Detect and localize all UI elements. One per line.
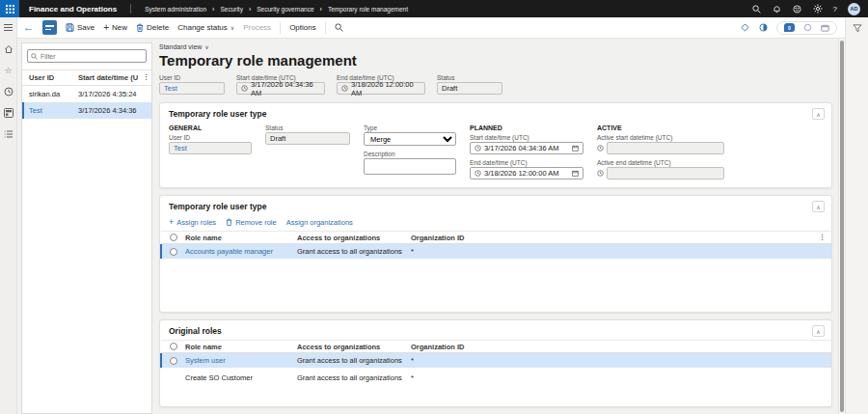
user-id-label: User ID <box>159 74 225 81</box>
grid-row-create-so-customer[interactable]: Create SO Customer Grant access to all o… <box>160 368 831 387</box>
refresh-circle-icon[interactable] <box>802 23 812 33</box>
grid-row-accounts-payable-manager[interactable]: Accounts payable manager Grant access to… <box>160 244 831 259</box>
column-role-name[interactable]: Role name <box>185 234 297 242</box>
remove-role-button[interactable]: Remove role <box>226 218 277 227</box>
view-selector[interactable]: Standard view ∨ <box>159 43 832 50</box>
description-label: Description <box>364 151 456 157</box>
card-title: Temporary role user type <box>169 202 266 211</box>
recent-clock-icon[interactable] <box>3 86 14 97</box>
workspaces-icon[interactable] <box>3 107 14 118</box>
help-icon[interactable]: ? <box>833 5 837 14</box>
active-start-field[interactable] <box>607 142 724 154</box>
column-org-id[interactable]: Organization ID <box>411 234 819 242</box>
actionbar-right-icons: 0 <box>740 21 837 35</box>
column-access[interactable]: Access to organizations <box>297 343 411 351</box>
status-field[interactable]: Draft <box>437 82 502 95</box>
card-title: Original roles <box>169 326 222 336</box>
settings-gear-icon[interactable] <box>813 4 823 14</box>
card-temporary-role-user-type-details: Temporary role user type ∧ GENERAL User … <box>159 102 832 188</box>
save-icon <box>66 23 74 32</box>
contrast-half-circle-icon[interactable] <box>758 23 768 33</box>
open-in-new-window-icon[interactable] <box>820 23 829 33</box>
record-list-toggle-button[interactable] <box>42 20 57 35</box>
start-datetime-field[interactable]: 3/17/2026 04:34:36 AM <box>236 82 325 95</box>
toolbar-search-icon[interactable] <box>335 23 343 32</box>
collapse-chevron-up-icon[interactable]: ∧ <box>812 108 825 120</box>
notifications-bell-icon[interactable] <box>773 4 782 14</box>
chevron-down-icon: ∨ <box>204 43 208 50</box>
app-launcher-icon[interactable] <box>0 0 19 17</box>
general-heading: GENERAL <box>169 124 252 134</box>
connections-diamond-icon[interactable] <box>740 23 749 33</box>
save-button[interactable]: Save <box>66 23 95 32</box>
process-button[interactable]: Process <box>243 23 271 32</box>
grid-toolbar: + Assign roles Remove role Assign organi… <box>160 215 831 231</box>
chevron-down-icon: ∨ <box>231 24 234 31</box>
expand-menu-icon[interactable] <box>3 22 14 33</box>
grid-header-row: Role name Access to organizations Organi… <box>160 231 831 244</box>
home-icon[interactable] <box>3 43 14 54</box>
description-input[interactable] <box>364 158 456 175</box>
record-row-test[interactable]: Test 3/17/2026 4:34:36 <box>22 102 151 119</box>
planned-start-field[interactable]: 3/17/2026 04:34:36 AM <box>470 142 583 154</box>
row-radio[interactable] <box>170 357 177 365</box>
roles-grid: Role name Access to organizations Organi… <box>160 231 831 301</box>
breadcrumb: System administration › Security › Secur… <box>145 6 408 13</box>
column-start-datetime[interactable]: Start date/time (U <box>78 70 141 85</box>
original-roles-grid: Role name Access to organizations Organi… <box>160 340 831 387</box>
app-title[interactable]: Finance and Operations <box>19 5 130 14</box>
column-role-name[interactable]: Role name <box>185 343 297 351</box>
delete-button[interactable]: Delete <box>136 23 169 32</box>
modules-list-icon[interactable] <box>3 128 14 139</box>
user-avatar[interactable]: AD <box>848 3 860 15</box>
new-button[interactable]: + New <box>103 22 127 33</box>
vertical-scrollbar[interactable] <box>838 39 845 414</box>
scrollbar-thumb[interactable] <box>840 41 844 412</box>
feedback-smiley-icon[interactable] <box>793 4 802 14</box>
record-row-sirikan[interactable]: sirikan.da 3/17/2026 4:35:24 <box>22 86 151 102</box>
column-user-id[interactable]: User ID <box>22 70 78 85</box>
row-radio[interactable] <box>170 248 177 256</box>
collapse-chevron-up-icon[interactable]: ∧ <box>812 201 825 212</box>
assign-roles-button[interactable]: + Assign roles <box>169 217 216 227</box>
planned-heading: PLANNED <box>470 124 583 134</box>
topbar-divider <box>130 4 131 14</box>
toolbar-divider <box>280 22 281 34</box>
filter-input[interactable] <box>41 53 143 60</box>
breadcrumb-item-system-administration[interactable]: System administration <box>145 6 206 13</box>
calendar-icon[interactable] <box>572 170 579 177</box>
active-heading: ACTIVE <box>597 124 724 134</box>
status-field[interactable]: Draft <box>265 132 350 145</box>
user-id-field[interactable]: Test <box>169 142 252 154</box>
breadcrumb-item-security[interactable]: Security <box>220 6 242 13</box>
column-org-id[interactable]: Organization ID <box>411 343 831 351</box>
change-status-menu-button[interactable]: Change status ∨ <box>177 23 234 32</box>
column-access[interactable]: Access to organizations <box>297 234 411 242</box>
back-arrow-icon[interactable]: ← <box>23 22 34 33</box>
select-all-radio[interactable] <box>170 234 177 241</box>
card-original-roles: Original roles ∧ Role name Access to org… <box>159 319 832 407</box>
favorites-star-icon[interactable]: ☆ <box>3 65 14 75</box>
grid-empty-space <box>160 259 831 301</box>
calendar-icon[interactable] <box>572 145 579 152</box>
user-id-label: User ID <box>169 134 252 141</box>
breadcrumb-item-current-page[interactable]: Temporary role management <box>328 6 408 13</box>
planned-end-field[interactable]: 3/18/2026 12:00:00 AM <box>470 167 583 179</box>
kebab-menu-icon[interactable]: ⋮ <box>141 70 151 85</box>
select-all-radio[interactable] <box>170 343 177 350</box>
kebab-menu-icon[interactable]: ⋮ <box>819 234 831 241</box>
collapse-chevron-up-icon[interactable]: ∧ <box>812 325 825 337</box>
messages-bubble-icon[interactable]: 0 <box>784 23 795 32</box>
user-id-field[interactable]: Test <box>159 82 225 95</box>
active-end-field[interactable] <box>607 167 724 179</box>
options-tab[interactable]: Options <box>289 23 316 32</box>
planned-start-label: Start date/time (UTC) <box>470 134 583 141</box>
breadcrumb-item-security-governance[interactable]: Security governance <box>257 6 313 13</box>
card-temporary-roles-grid: Temporary role user type ∧ + Assign role… <box>159 195 832 313</box>
assign-organizations-button[interactable]: Assign organizations <box>286 218 353 227</box>
grid-row-system-user[interactable]: System user Grant access to all organiza… <box>160 353 831 368</box>
end-datetime-field[interactable]: 3/18/2026 12:00:00 AM <box>337 82 425 95</box>
filter-funnel-icon[interactable] <box>853 24 862 414</box>
type-dropdown[interactable]: Merge <box>364 132 456 146</box>
search-icon[interactable] <box>752 4 762 14</box>
